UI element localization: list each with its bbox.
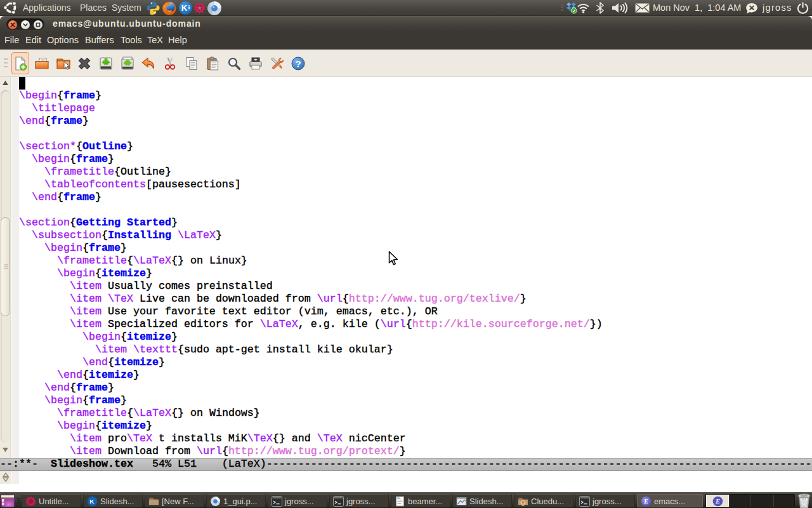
svg-text:E: E [643, 498, 648, 505]
svg-text:K: K [89, 498, 95, 505]
svg-text:E: E [715, 498, 720, 505]
svg-text:K: K [181, 3, 188, 13]
svg-text:?: ? [295, 58, 301, 69]
